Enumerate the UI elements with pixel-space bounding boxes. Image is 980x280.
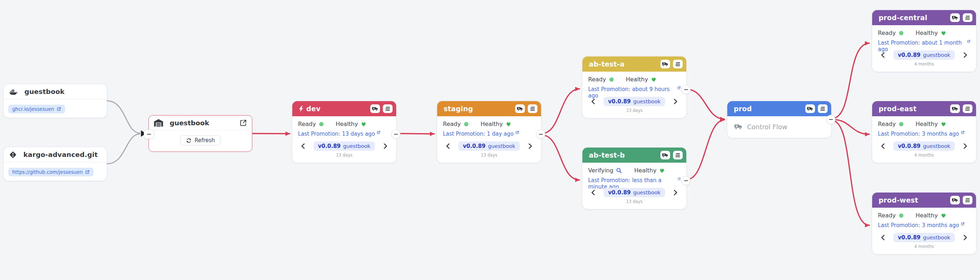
warehouse-node-guestbook[interactable]: guestbook Refresh bbox=[148, 115, 252, 152]
promote-truck-button[interactable] bbox=[950, 196, 960, 205]
stage-body: Ready Healthy Last Promotion: 13 days ag… bbox=[292, 116, 396, 163]
stage-menu-button[interactable] bbox=[528, 104, 538, 113]
stage-node-ab-test-b[interactable]: ab-test-b bbox=[582, 147, 686, 209]
menu-bars-icon bbox=[675, 62, 681, 67]
last-promotion-link[interactable]: Last Promotion: 3 months ago bbox=[878, 222, 964, 229]
menu-bars-icon bbox=[965, 198, 970, 203]
freight-next-button[interactable] bbox=[673, 98, 678, 105]
source-link-kargo-advanced-git[interactable]: https://github.com/jessesuen bbox=[8, 168, 94, 176]
source-card-kargo-advanced-git[interactable]: kargo-advanced.git https://github.com/je… bbox=[3, 147, 107, 181]
freight-next-button[interactable] bbox=[963, 142, 968, 149]
healthy-heart-icon bbox=[361, 122, 366, 127]
source-link-guestbook-image[interactable]: ghcr.io/jessesuen bbox=[8, 105, 65, 114]
control-flow-row: Control Flow bbox=[727, 116, 831, 131]
freight-next-button[interactable] bbox=[963, 234, 968, 241]
stage-status-label: Ready bbox=[588, 76, 606, 83]
refresh-label: Refresh bbox=[194, 137, 215, 144]
last-promotion-link[interactable]: Last Promotion: about 1 month ago bbox=[878, 40, 970, 47]
freight-version-chip[interactable]: v0.0.89 guestbook bbox=[458, 141, 520, 151]
freight-version-chip[interactable]: v0.0.89 guestbook bbox=[313, 141, 375, 151]
warehouse-collapse-button[interactable] bbox=[144, 130, 154, 139]
stage-health-label: Healthy bbox=[916, 29, 938, 36]
external-link-icon bbox=[961, 131, 964, 134]
stage-body: Verifying Healthy Last Promotion: less t… bbox=[582, 163, 686, 209]
stage-node-ab-test-a[interactable]: ab-test-a bbox=[582, 56, 686, 118]
promote-truck-button[interactable] bbox=[660, 60, 670, 68]
last-promotion-link[interactable]: Last Promotion: 3 months ago bbox=[878, 131, 964, 138]
freight-next-button[interactable] bbox=[382, 142, 388, 149]
stage-header: ab-test-a bbox=[582, 56, 686, 72]
promote-truck-button[interactable] bbox=[515, 104, 525, 113]
promote-truck-button[interactable] bbox=[950, 13, 960, 22]
stage-menu-button[interactable] bbox=[383, 104, 393, 113]
stage-collapse-button[interactable] bbox=[681, 176, 690, 186]
freight-prev-button[interactable] bbox=[300, 142, 306, 149]
freight-artifact: guestbook bbox=[923, 143, 951, 149]
freight-next-button[interactable] bbox=[673, 189, 678, 196]
stage-menu-button[interactable] bbox=[963, 196, 972, 205]
stage-menu-button[interactable] bbox=[963, 13, 972, 22]
warehouse-icon bbox=[154, 119, 163, 127]
truck-icon bbox=[952, 198, 958, 203]
stage-collapse-button[interactable] bbox=[826, 115, 835, 124]
stage-node-prod-west[interactable]: prod-west bbox=[872, 192, 976, 254]
stage-collapse-button[interactable] bbox=[681, 85, 690, 94]
stage-node-prod[interactable]: prod bbox=[727, 101, 831, 138]
ready-dot-icon bbox=[899, 31, 904, 35]
pipeline-canvas: guestbook ghcr.io/jessesuen kargo-advanc… bbox=[0, 0, 980, 280]
lightning-icon bbox=[299, 106, 304, 112]
freight-version-chip[interactable]: v0.0.89 guestbook bbox=[893, 233, 955, 242]
freight-next-button[interactable] bbox=[963, 51, 968, 58]
promote-truck-button[interactable] bbox=[660, 151, 670, 160]
freight-prev-button[interactable] bbox=[880, 142, 886, 149]
stage-name: ab-test-b bbox=[589, 151, 625, 159]
healthy-heart-icon bbox=[506, 122, 511, 127]
last-promotion-link[interactable]: Last Promotion: less than a minute ago bbox=[588, 177, 681, 184]
stage-menu-button[interactable] bbox=[963, 104, 972, 113]
stage-node-prod-east[interactable]: prod-east bbox=[872, 101, 976, 163]
stage-node-staging[interactable]: staging bbox=[437, 101, 541, 163]
source-link-label: https://github.com/jessesuen bbox=[12, 169, 83, 175]
stage-menu-button[interactable] bbox=[818, 104, 827, 113]
freight-version-chip[interactable]: v0.0.89 guestbook bbox=[604, 97, 665, 106]
freight-version-chip[interactable]: v0.0.89 guestbook bbox=[893, 50, 955, 60]
promote-truck-button[interactable] bbox=[370, 104, 380, 113]
freight-prev-button[interactable] bbox=[880, 51, 886, 58]
last-promotion-link[interactable]: Last Promotion: 1 day ago bbox=[443, 131, 519, 138]
git-icon bbox=[10, 151, 16, 158]
truck-icon bbox=[952, 16, 958, 20]
freight-prev-button[interactable] bbox=[880, 234, 886, 241]
refresh-button[interactable]: Refresh bbox=[180, 135, 221, 146]
freight-age: 13 days bbox=[588, 108, 681, 113]
freight-version: v0.0.89 bbox=[898, 234, 921, 241]
freight-next-button[interactable] bbox=[527, 142, 533, 149]
stage-menu-button[interactable] bbox=[673, 151, 683, 160]
edge-prod-to-prod-west bbox=[833, 120, 869, 225]
truck-icon bbox=[952, 107, 958, 111]
stage-body: Ready Healthy Last Promotion: 3 months a… bbox=[872, 208, 976, 254]
healthy-heart-icon bbox=[941, 30, 946, 36]
stage-node-prod-central[interactable]: prod-central bbox=[872, 10, 976, 72]
external-link-icon bbox=[377, 131, 380, 134]
source-card-guestbook-image[interactable]: guestbook ghcr.io/jessesuen bbox=[3, 84, 107, 118]
stage-node-dev[interactable]: dev bbox=[292, 101, 396, 163]
source-title: kargo-advanced.git bbox=[23, 151, 98, 158]
freight-prev-button[interactable] bbox=[590, 98, 596, 105]
menu-bars-icon bbox=[820, 107, 826, 111]
last-promotion-link[interactable]: Last Promotion: 13 days ago bbox=[298, 131, 380, 138]
stage-menu-button[interactable] bbox=[673, 60, 683, 68]
last-promotion-link[interactable]: Last Promotion: about 9 hours ago bbox=[588, 86, 681, 93]
stage-collapse-button[interactable] bbox=[391, 130, 401, 139]
last-promotion-text: Last Promotion: 1 day ago bbox=[443, 131, 514, 137]
freight-prev-button[interactable] bbox=[445, 142, 451, 149]
stage-collapse-button[interactable] bbox=[536, 130, 546, 139]
promote-truck-button[interactable] bbox=[950, 104, 960, 113]
ready-dot-icon bbox=[464, 122, 468, 126]
warehouse-open-button[interactable] bbox=[239, 119, 247, 127]
freight-version-chip[interactable]: v0.0.89 guestbook bbox=[604, 188, 665, 197]
freight-version-chip[interactable]: v0.0.89 guestbook bbox=[893, 141, 955, 151]
freight-prev-button[interactable] bbox=[590, 189, 596, 196]
external-link-icon bbox=[967, 40, 970, 43]
promote-truck-button[interactable] bbox=[805, 104, 815, 113]
edge-guestbook-image-to-warehouse bbox=[107, 101, 140, 133]
